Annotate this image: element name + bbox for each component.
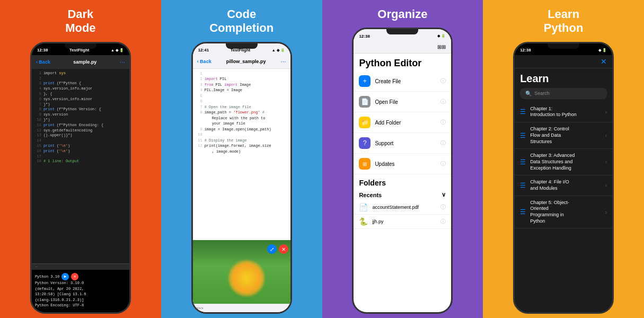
chapter-4-text: Chapter 4: File I/Oand Modules	[530, 179, 601, 191]
recent-item-2[interactable]: 🐍 jjh.py ⓘ	[354, 215, 451, 229]
notch-orange	[548, 43, 579, 49]
chapter-1-chevron: ›	[605, 109, 607, 115]
recent-pdf-icon: 📄	[359, 203, 368, 211]
notch-blue	[226, 43, 258, 49]
open-file-label: Open File	[375, 99, 436, 105]
close-learn-btn[interactable]: ✕	[601, 57, 607, 66]
org-app-title: Python Editor	[354, 54, 451, 71]
chapter-4-chevron: ›	[605, 182, 607, 188]
status-time-dark: 12:38	[37, 48, 48, 52]
panel-organize: Organize 12:38 ◆ 🔋 ⊞⊞ Python Editor + Cr…	[322, 0, 483, 318]
panel-code-completion: CodeCompletion 12:41 TestFlight ▲ ◆ 🔋 ‹ …	[161, 0, 322, 318]
menu-create-file[interactable]: + Create File ⓘ	[354, 71, 451, 92]
terminal-text-4: 13:28:58) [Clang 13.1.6	[35, 292, 126, 297]
add-folder-info: ⓘ	[440, 119, 446, 126]
terminal-text-1: Python 3.10	[35, 274, 59, 280]
more-btn-dark[interactable]: ···	[120, 58, 125, 66]
phone-orange-wrapper: 12:38 ◆ 🔋 ✕ Learn 🔍 Search ☰ Chapter 1:I…	[509, 42, 618, 318]
play-btn[interactable]: ▶	[61, 273, 69, 280]
terminal-text-5: (clang-1316.0.21.2.3)]	[35, 297, 126, 303]
chapter-5-text: Chapter 5: Object-OrientedProgramming in…	[530, 200, 601, 225]
recent-py-info: ⓘ	[440, 218, 446, 225]
recent-pdf-name: accountStatement.pdf	[372, 205, 436, 210]
org-share-icon[interactable]: ⊞⊞	[437, 44, 446, 50]
learn-search-bar[interactable]: 🔍 Search	[520, 88, 607, 99]
org-content: Python Editor + Create File ⓘ 📄 Open Fil…	[354, 54, 451, 312]
panel-header-purple: Organize	[322, 0, 483, 28]
chapter-5[interactable]: ☰ Chapter 5: Object-OrientedProgramming …	[515, 196, 612, 229]
updates-label: Updates	[375, 161, 436, 167]
back-btn-blue[interactable]: ‹ Back	[197, 59, 211, 64]
code-content-blue: 1 2import PIL 3from PIL import Image 4PI…	[193, 69, 290, 240]
editor-nav-dark: ‹ Back sample.py ···	[32, 55, 129, 69]
chapter-2-chevron: ›	[605, 132, 607, 138]
phone-blue-wrapper: 12:41 TestFlight ▲ ◆ 🔋 ‹ Back pillow_sam…	[187, 42, 296, 318]
notch-purple	[386, 29, 418, 34]
panel-title-dark: DarkMode	[65, 7, 95, 36]
phone-dark: 12:38 TestFlight ▲ ◆ 🔋 ‹ Back sample.py …	[30, 42, 131, 314]
terminal-dark: Python 3.10 ▶ ✕ Python Version: 3.10.0 (…	[32, 270, 129, 312]
org-nav: ⊞⊞	[354, 41, 451, 54]
repl-bar: >>>	[193, 304, 290, 312]
chapter-5-chevron: ›	[605, 209, 607, 215]
phone-purple: 12:38 ◆ 🔋 ⊞⊞ Python Editor + Create File…	[352, 28, 453, 314]
recent-pdf-info: ⓘ	[440, 204, 446, 211]
terminal-text-6: Python Encoding: UTF-8	[35, 303, 126, 308]
chapter-3-text: Chapter 3: AdvancedData Structures andEx…	[530, 153, 601, 171]
phone-orange: 12:38 ◆ 🔋 ✕ Learn 🔍 Search ☰ Chapter 1:I…	[513, 42, 614, 314]
panel-header-blue: CodeCompletion	[161, 0, 322, 42]
panel-dark-mode: DarkMode 12:38 TestFlight ▲ ◆ 🔋 ‹ Back s…	[0, 0, 161, 318]
support-label: Support	[375, 140, 436, 146]
stop-btn[interactable]: ✕	[71, 273, 78, 280]
panel-header-dark: DarkMode	[0, 0, 161, 42]
chapter-3[interactable]: ☰ Chapter 3: AdvancedData Structures and…	[515, 149, 612, 175]
code-content-dark: 1import sys 2 3print(f"Python { 4 sys.ve…	[32, 69, 129, 263]
recent-py-name: jjh.py	[372, 219, 436, 224]
chapter-2[interactable]: ☰ Chapter 2: ControlFlow and DataStructu…	[515, 122, 612, 149]
recents-section: Recents ∨	[354, 189, 451, 200]
learn-title: Learn	[515, 68, 612, 88]
status-icons-purple: ◆ 🔋	[437, 34, 446, 38]
chapter-4-icon: ☰	[520, 182, 526, 189]
panel-header-orange: LearnPython	[483, 0, 644, 42]
menu-add-folder[interactable]: 📁 Add Folder ⓘ	[354, 112, 451, 133]
menu-support[interactable]: ? Support ⓘ	[354, 133, 451, 154]
back-btn-dark[interactable]: ‹ Back	[36, 59, 50, 65]
status-time-orange: 12:38	[520, 48, 531, 52]
phone-blue: 12:41 TestFlight ▲ ◆ 🔋 ‹ Back pillow_sam…	[191, 42, 292, 314]
recent-py-icon: 🐍	[359, 217, 368, 226]
open-file-icon: 📄	[359, 96, 370, 108]
chapter-1[interactable]: ☰ Chapter 1:Introduction to Python ›	[515, 102, 612, 122]
chapter-2-text: Chapter 2: ControlFlow and DataStructure…	[530, 126, 601, 145]
menu-open-file[interactable]: 📄 Open File ⓘ	[354, 92, 451, 112]
close-preview-btn[interactable]: ✕	[279, 244, 288, 254]
image-preview: ⤢ ✕	[193, 240, 290, 304]
recent-item-1[interactable]: 📄 accountStatement.pdf ⓘ	[354, 200, 451, 215]
recents-chevron[interactable]: ∨	[442, 191, 446, 198]
status-icons-blue: ▲ ◆ 🔋	[272, 48, 285, 52]
create-file-icon: +	[359, 75, 370, 87]
phone-purple-wrapper: 12:38 ◆ 🔋 ⊞⊞ Python Editor + Create File…	[348, 28, 457, 318]
terminal-text-2: Python Version: 3.10.0	[35, 280, 126, 286]
chapter-5-icon: ☰	[520, 208, 526, 216]
phone-dark-wrapper: 12:38 TestFlight ▲ ◆ 🔋 ‹ Back sample.py …	[26, 42, 135, 318]
notch-dark	[65, 43, 96, 49]
panel-title-purple: Organize	[377, 7, 427, 21]
file-title-dark: sample.py	[54, 59, 117, 65]
create-file-info: ⓘ	[440, 77, 446, 85]
terminal-text-3: (default, Apr 20 2022,	[35, 286, 126, 292]
file-title-blue: pillow_sample.py	[214, 59, 279, 64]
fullscreen-btn[interactable]: ⤢	[267, 244, 277, 254]
status-icons-dark: ▲ ◆ 🔋	[111, 48, 124, 52]
more-btn-blue[interactable]: ···	[281, 58, 286, 65]
updates-info: ⓘ	[440, 160, 446, 167]
chapters-list: ☰ Chapter 1:Introduction to Python › ☰ C…	[515, 102, 612, 312]
chapter-4[interactable]: ☰ Chapter 4: File I/Oand Modules ›	[515, 175, 612, 196]
status-time-blue: 12:41	[198, 48, 209, 52]
status-icons-orange: ◆ 🔋	[598, 48, 607, 52]
chapter-2-icon: ☰	[520, 132, 526, 139]
menu-updates[interactable]: ⊞ Updates ⓘ	[354, 154, 451, 174]
chapter-1-icon: ☰	[520, 108, 526, 116]
recents-label: Recents	[359, 192, 382, 198]
search-placeholder: Search	[534, 91, 550, 96]
